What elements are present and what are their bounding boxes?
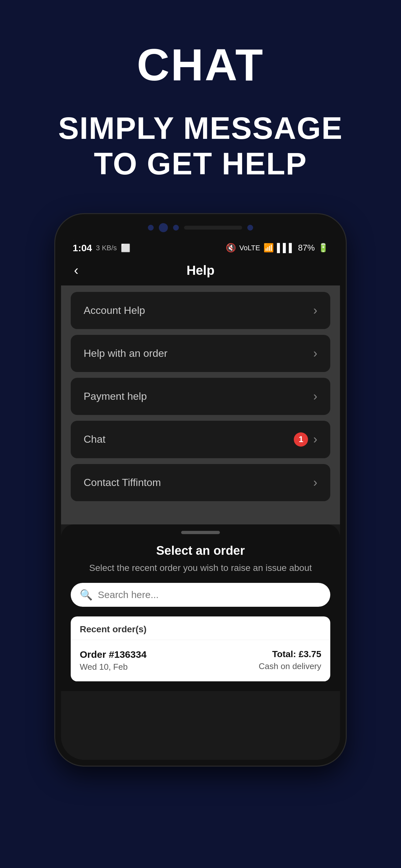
- modal-subtitle: Select the recent order you wish to rais…: [71, 563, 330, 573]
- phone-dot-2: [173, 225, 179, 230]
- phone-speaker: [184, 226, 242, 229]
- phone-dot-1: [148, 225, 154, 230]
- order-payment: Cash on delivery: [258, 661, 321, 671]
- status-screen-icon: ⬜: [121, 244, 130, 252]
- chevron-right-icon-5: ›: [313, 476, 317, 490]
- order-left: Order #136334 Wed 10, Feb: [80, 649, 147, 672]
- help-item-account-label: Account Help: [84, 305, 145, 316]
- recent-orders-header: Recent order(s): [71, 616, 330, 640]
- status-left: 1:04 3 KB/s ⬜: [73, 243, 130, 253]
- help-item-order[interactable]: Help with an order ›: [71, 335, 330, 372]
- order-item-0[interactable]: Order #136334 Wed 10, Feb Total: £3.75 C…: [71, 640, 330, 681]
- battery-text: 87%: [298, 243, 315, 253]
- battery-icon: 🔋: [318, 243, 328, 253]
- help-item-payment-right: ›: [313, 390, 317, 403]
- search-icon: 🔍: [80, 589, 93, 601]
- phone-dot-3: [247, 225, 253, 230]
- modal-title: Select an order: [71, 544, 330, 558]
- help-item-order-label: Help with an order: [84, 347, 167, 360]
- modal-handle[interactable]: [181, 531, 220, 534]
- order-right: Total: £3.75 Cash on delivery: [258, 649, 321, 671]
- help-item-contact-label: Contact Tiffintom: [84, 476, 161, 489]
- help-item-chat-label: Chat: [84, 433, 105, 445]
- help-item-chat[interactable]: Chat 1 ›: [71, 421, 330, 458]
- status-right: 🔇 VoLTE 📶 ▌▌▌ 87% 🔋: [226, 243, 328, 253]
- phone-screen: 1:04 3 KB/s ⬜ 🔇 VoLTE 📶 ▌▌▌ 87% 🔋 ‹ Help: [61, 237, 340, 760]
- help-item-chat-right: 1 ›: [294, 432, 317, 446]
- back-button[interactable]: ‹: [74, 262, 79, 278]
- hero-subtitle-line1: SIMPLY MESSAGE: [58, 111, 343, 145]
- hero-section: CHAT SIMPLY MESSAGE TO GET HELP: [0, 0, 401, 208]
- status-data: 3 KB/s: [96, 244, 117, 252]
- chevron-right-icon-2: ›: [313, 346, 317, 361]
- status-bar: 1:04 3 KB/s ⬜ 🔇 VoLTE 📶 ▌▌▌ 87% 🔋: [61, 237, 340, 257]
- help-item-payment[interactable]: Payment help ›: [71, 378, 330, 415]
- volte-icon: VoLTE: [239, 244, 260, 252]
- nav-bar: ‹ Help: [61, 257, 340, 285]
- wifi-icon: 📶: [264, 243, 274, 253]
- recent-orders: Recent order(s) Order #136334 Wed 10, Fe…: [71, 616, 330, 681]
- search-input[interactable]: [98, 589, 321, 600]
- status-time: 1:04: [73, 243, 92, 253]
- phone-mockup: 1:04 3 KB/s ⬜ 🔇 VoLTE 📶 ▌▌▌ 87% 🔋 ‹ Help: [55, 214, 346, 868]
- search-box: 🔍: [71, 583, 330, 607]
- phone-camera: [159, 223, 168, 232]
- help-item-account[interactable]: Account Help ›: [71, 292, 330, 329]
- order-total: Total: £3.75: [258, 649, 321, 659]
- phone-outer: 1:04 3 KB/s ⬜ 🔇 VoLTE 📶 ▌▌▌ 87% 🔋 ‹ Help: [55, 214, 346, 766]
- help-item-contact-right: ›: [313, 476, 317, 490]
- chevron-right-icon: ›: [313, 304, 317, 317]
- hero-subtitle-line2: TO GET HELP: [94, 146, 307, 181]
- help-item-order-right: ›: [313, 346, 317, 361]
- order-number: Order #136334: [80, 649, 147, 660]
- chevron-right-icon-4: ›: [313, 432, 317, 446]
- mute-icon: 🔇: [226, 243, 236, 253]
- hero-title: CHAT: [137, 39, 264, 91]
- chevron-right-icon-3: ›: [313, 390, 317, 403]
- help-item-account-right: ›: [313, 304, 317, 317]
- help-list: Account Help › Help with an order › Paym…: [61, 285, 340, 524]
- hero-subtitle: SIMPLY MESSAGE TO GET HELP: [58, 111, 343, 182]
- nav-title: Help: [187, 263, 215, 278]
- bottom-modal: Select an order Select the recent order …: [61, 524, 340, 691]
- order-date: Wed 10, Feb: [80, 662, 147, 672]
- help-item-contact[interactable]: Contact Tiffintom ›: [71, 464, 330, 501]
- help-item-payment-label: Payment help: [84, 391, 147, 402]
- phone-notch: [61, 220, 340, 237]
- chat-badge: 1: [294, 432, 308, 446]
- signal-icon: ▌▌▌: [277, 243, 295, 253]
